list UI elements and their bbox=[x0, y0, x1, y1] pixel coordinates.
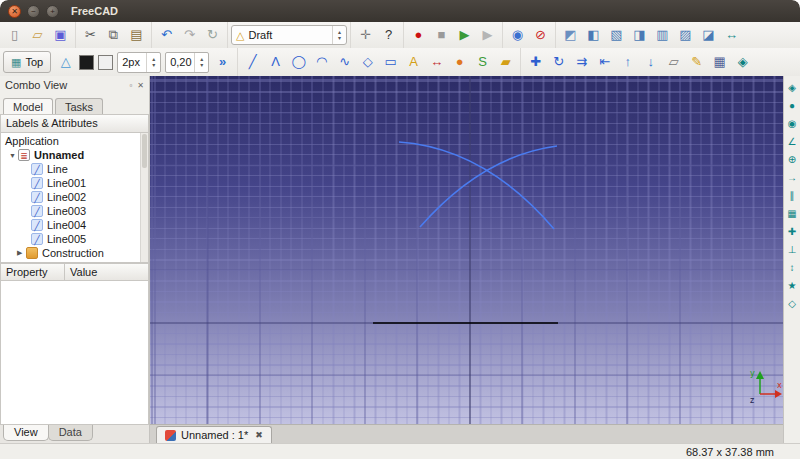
draft-arc-icon[interactable]: ◠ bbox=[310, 51, 333, 73]
draft-arc-object-1[interactable] bbox=[399, 142, 554, 229]
working-plane-button[interactable]: ▦ Top bbox=[3, 51, 51, 73]
snap-special-icon[interactable]: ★ bbox=[785, 278, 800, 293]
draft-arc-object-2[interactable] bbox=[420, 146, 557, 227]
tab-data[interactable]: Data bbox=[48, 425, 93, 441]
draft-trimex-icon[interactable]: ⇤ bbox=[593, 51, 616, 73]
macro-debug-icon[interactable]: ▶ bbox=[476, 24, 499, 46]
snap-near-icon[interactable]: ◇ bbox=[785, 296, 800, 311]
snap-perpendicular-icon[interactable]: ⊥ bbox=[785, 242, 800, 257]
copy-icon[interactable]: ⧉ bbox=[102, 24, 125, 46]
draft-facebinder-icon[interactable]: ▰ bbox=[494, 51, 517, 73]
spinner-arrows-icon[interactable]: ▴ ▾ bbox=[194, 53, 208, 72]
draft-edit-icon[interactable]: ✎ bbox=[685, 51, 708, 73]
draft-move-icon[interactable]: ✚ bbox=[524, 51, 547, 73]
spin-down-icon[interactable]: ▾ bbox=[195, 62, 208, 68]
snap-angle-icon[interactable]: ∠ bbox=[785, 134, 800, 149]
snap-endpoint-icon[interactable]: ● bbox=[785, 98, 800, 113]
maximize-button[interactable]: + bbox=[46, 5, 59, 18]
right-view-icon[interactable]: ◨ bbox=[628, 24, 651, 46]
spin-down-icon[interactable]: ▾ bbox=[147, 62, 160, 68]
draft-toggle-grid-icon[interactable]: ▦ bbox=[708, 51, 731, 73]
draft-bspline-icon[interactable]: ∿ bbox=[333, 51, 356, 73]
paste-icon[interactable]: ▤ bbox=[125, 24, 148, 46]
open-file-icon[interactable]: ▱ bbox=[26, 24, 49, 46]
snap-extension-icon[interactable]: → bbox=[785, 170, 800, 185]
draft-shapestring-icon[interactable]: S bbox=[471, 51, 494, 73]
close-button[interactable]: ✕ bbox=[8, 5, 21, 18]
spinner-arrows-icon[interactable]: ▴ ▾ bbox=[146, 53, 160, 72]
dock-title[interactable]: Combo View ▫ ✕ bbox=[0, 76, 149, 94]
cut-icon[interactable]: ✂ bbox=[79, 24, 102, 46]
combo-arrows-icon[interactable]: ▴ ▾ bbox=[332, 26, 346, 44]
top-view-icon[interactable]: ▧ bbox=[605, 24, 628, 46]
snap-ortho-icon[interactable]: ↕ bbox=[785, 260, 800, 275]
snap-lock-icon[interactable]: ◈ bbox=[785, 80, 800, 95]
tree-item-line[interactable]: ╱ Line002 bbox=[1, 190, 148, 204]
3d-view[interactable]: x y z bbox=[150, 76, 783, 424]
axes-tool-icon[interactable]: ✛ bbox=[354, 24, 377, 46]
draft-upgrade-icon[interactable]: ↑ bbox=[616, 51, 639, 73]
draft-text-icon[interactable]: A bbox=[402, 51, 425, 73]
tree-item-construction[interactable]: ▶ Construction bbox=[1, 246, 148, 260]
value-column-header[interactable]: Value bbox=[64, 263, 149, 281]
dock-close-icon[interactable]: ✕ bbox=[137, 81, 144, 90]
new-file-icon[interactable]: ▯ bbox=[3, 24, 26, 46]
close-tab-icon[interactable]: ✖ bbox=[255, 430, 263, 440]
save-icon[interactable]: ▣ bbox=[49, 24, 72, 46]
macro-play-icon[interactable]: ▶ bbox=[453, 24, 476, 46]
tree-item-line[interactable]: ╱ Line001 bbox=[1, 176, 148, 190]
draft-downgrade-icon[interactable]: ↓ bbox=[639, 51, 662, 73]
bottom-view-icon[interactable]: ▨ bbox=[674, 24, 697, 46]
minimize-button[interactable]: − bbox=[27, 5, 40, 18]
tab-model[interactable]: Model bbox=[3, 98, 53, 114]
snap-grid-icon[interactable]: ▦ bbox=[785, 206, 800, 221]
rear-view-icon[interactable]: ▥ bbox=[651, 24, 674, 46]
undo-icon[interactable]: ↶ bbox=[155, 24, 178, 46]
draft-wire-icon[interactable]: Λ bbox=[264, 51, 287, 73]
front-view-icon[interactable]: ◧ bbox=[582, 24, 605, 46]
scrollbar-thumb[interactable] bbox=[142, 134, 147, 168]
workbench-selector[interactable]: △ Draft ▴ ▾ bbox=[231, 25, 347, 45]
construction-mode-icon[interactable]: △ bbox=[54, 51, 77, 73]
redo-icon[interactable]: ↷ bbox=[178, 24, 201, 46]
macro-stop-icon[interactable]: ■ bbox=[430, 24, 453, 46]
document-tab[interactable]: Unnamed : 1* ✖ bbox=[156, 426, 272, 443]
tree-item-line[interactable]: ╱ Line004 bbox=[1, 218, 148, 232]
snap-center-icon[interactable]: ⊕ bbox=[785, 152, 800, 167]
face-color-swatch[interactable] bbox=[98, 55, 113, 70]
snap-midpoint-icon[interactable]: ◉ bbox=[785, 116, 800, 131]
draft-line-icon[interactable]: ╱ bbox=[241, 51, 264, 73]
macro-record-icon[interactable]: ● bbox=[407, 24, 430, 46]
tree-item-line[interactable]: ╱ Line bbox=[1, 162, 148, 176]
line-width-spinbox[interactable]: 2px ▴ ▾ bbox=[117, 52, 161, 73]
line-color-swatch[interactable] bbox=[79, 55, 94, 70]
measure-distance-icon[interactable]: ↔ bbox=[720, 24, 743, 46]
tree-item-line[interactable]: ╱ Line003 bbox=[1, 204, 148, 218]
spin-down-icon[interactable]: ▾ bbox=[333, 35, 346, 41]
draft-rectangle-icon[interactable]: ▭ bbox=[379, 51, 402, 73]
property-column-header[interactable]: Property bbox=[0, 263, 64, 281]
left-view-icon[interactable]: ◪ bbox=[697, 24, 720, 46]
property-editor[interactable] bbox=[0, 281, 149, 425]
fit-all-icon[interactable]: ◉ bbox=[506, 24, 529, 46]
refresh-icon[interactable]: ↻ bbox=[201, 24, 224, 46]
expander-open-icon[interactable]: ▼ bbox=[9, 152, 18, 159]
draft-offset-icon[interactable]: ⇉ bbox=[570, 51, 593, 73]
draft-point-icon[interactable]: ● bbox=[448, 51, 471, 73]
tab-tasks[interactable]: Tasks bbox=[55, 98, 103, 114]
axonometric-view-icon[interactable]: ◩ bbox=[559, 24, 582, 46]
draft-rotate-icon[interactable]: ↻ bbox=[547, 51, 570, 73]
snap-intersection-icon[interactable]: ✚ bbox=[785, 224, 800, 239]
whats-this-icon[interactable]: ? bbox=[377, 24, 400, 46]
draft-snap-toggle-icon[interactable]: ◈ bbox=[731, 51, 754, 73]
tree-scrollbar[interactable] bbox=[140, 133, 148, 262]
draft-polygon-icon[interactable]: ◇ bbox=[356, 51, 379, 73]
dock-float-icon[interactable]: ▫ bbox=[129, 81, 132, 90]
tree-column-header[interactable]: Labels & Attributes bbox=[0, 114, 149, 133]
tab-view[interactable]: View bbox=[3, 425, 49, 441]
fit-selection-icon[interactable]: ⊘ bbox=[529, 24, 552, 46]
draft-circle-icon[interactable]: ◯ bbox=[287, 51, 310, 73]
scale-spinbox[interactable]: 0,20 ▴ ▾ bbox=[165, 52, 209, 73]
expander-closed-icon[interactable]: ▶ bbox=[17, 249, 26, 257]
apply-style-icon[interactable]: » bbox=[211, 51, 234, 73]
